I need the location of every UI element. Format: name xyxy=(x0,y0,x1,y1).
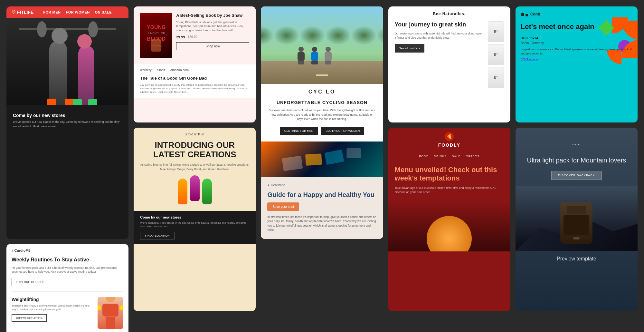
cardiofit-logo: ↑ CardioFit xyxy=(12,249,30,252)
pizza-illustration xyxy=(427,216,472,251)
cycling-products-banner xyxy=(261,142,383,177)
cycling-buttons: CLOTHING FOR MEN CLOTHING FOR WOMEN xyxy=(261,127,383,142)
cardiofit-card: ↑ CardioFit Weekly Routines To Stay Acti… xyxy=(6,244,128,332)
mountain-content: 〰 Ultra light pack for Mountain lovers D… xyxy=(516,128,638,186)
bee-brand: Bee Naturalles. xyxy=(388,6,510,21)
smoothie-bottles xyxy=(134,175,256,208)
discover-backpack-button[interactable]: DISCOVER BACKPACK xyxy=(551,171,602,180)
clothing-men-button[interactable]: CLOTHING FOR MEN xyxy=(280,127,318,135)
bee-products: B° B° B° xyxy=(488,21,504,88)
cycling-description: Discover beautiful roads of nature on yo… xyxy=(261,108,383,127)
bee-product-3: B° xyxy=(488,67,504,88)
bottle-green xyxy=(202,179,212,204)
foodly-nav: FOOD DRINKS SALE OFFERS xyxy=(388,152,510,161)
cardiofit-title: Weekly Routines To Stay Active xyxy=(6,257,128,266)
cardiofit-header: ↑ CardioFit xyxy=(6,244,128,257)
wave-icon: 〰 xyxy=(522,141,631,150)
book-info: A Best-Selling Book by Joe Shaw Young Bl… xyxy=(176,13,249,58)
mountain-card: 〰 Ultra light pack for Mountain lovers D… xyxy=(516,128,638,311)
bee-naturalles-card: Bee Naturalles. Your journey to great sk… xyxy=(388,6,510,122)
save-spot-button[interactable]: Save your spot xyxy=(267,202,299,211)
conff-rsvp-link[interactable]: RSVP now → xyxy=(521,58,632,61)
weightlifting-photo xyxy=(98,297,123,329)
book-cover: YOUNG A NOVEL OF BLOOD JOE SHAW xyxy=(140,13,172,58)
smoothie-title: INTRODUCING OUR LATEST CREATIONS xyxy=(134,141,256,159)
fitlife-header: ♡ FITLIFE FOR MEN FOR WOMEN ON SALE xyxy=(6,6,128,18)
smoothie-card: Smoothie INTRODUCING OUR LATEST CREATION… xyxy=(134,128,256,311)
fitlife-card: ♡ FITLIFE FOR MEN FOR WOMEN ON SALE xyxy=(6,6,128,239)
foodly-content: Menu unveiled! Check out this week's tem… xyxy=(388,161,510,200)
mountain-backpack-photo xyxy=(516,186,638,251)
bee-product-1: B° xyxy=(488,21,504,42)
fitlife-hero-image xyxy=(6,18,128,105)
cycling-card: CYC LO UNFORGETTABLE CYCLING SEASON Disc… xyxy=(261,6,383,239)
cycling-headline: UNFORGETTABLE CYCLING SEASON xyxy=(261,100,383,108)
find-location-button[interactable]: FIND A LOCATION xyxy=(140,232,174,239)
smoothie-bottom-section: Come by our new stores We've opened a 4 … xyxy=(134,211,256,244)
bee-content: Your journey to great skin Our restoring… xyxy=(388,21,510,94)
bee-see-products-button[interactable]: See all products xyxy=(395,44,425,53)
healthline-section: ✦ Healthline Guide for a Happy and Healt… xyxy=(261,177,383,239)
join-weightlifting-button[interactable]: JOIN WEIGHTLIFTING xyxy=(12,314,47,322)
weightlifting-section: Weightlifting Tuesday's and Friday's eve… xyxy=(6,297,128,332)
book-price: 29.99 $39.99 xyxy=(176,35,249,39)
smoothie-brand: Smoothie xyxy=(134,128,256,141)
shop-now-button[interactable]: Shop now xyxy=(176,42,249,50)
fitlife-logo: ♡ FITLIFE xyxy=(12,10,33,15)
explore-classes-button[interactable]: EXPLORE CLASSES xyxy=(12,278,49,286)
foodly-card: 🍕 FOODLY FOOD DRINKS SALE OFFERS Menu un… xyxy=(388,128,510,311)
conff-header: Conff xyxy=(516,6,638,17)
foodly-food-photo xyxy=(388,200,510,251)
cardiofit-description: Hit your fitness goals and build a habit… xyxy=(6,266,128,278)
bottle-mango xyxy=(178,179,187,204)
fitlife-footer: Come by our new stores We've opened a 4 … xyxy=(6,108,128,136)
bottle-berry xyxy=(190,175,200,201)
bee-product-2: B° xyxy=(488,44,504,65)
cardiofit-divider xyxy=(12,291,123,292)
foodly-header: 🍕 FOODLY xyxy=(388,128,510,152)
book-card: YOUNG A NOVEL OF BLOOD JOE SHAW A Best-S… xyxy=(134,6,256,122)
clothing-women-button[interactable]: CLOTHING FOR WOMEN xyxy=(321,127,364,135)
book-retailers: wordery alibris amazon.com xyxy=(140,68,249,72)
smoothie-description: As spring blooms into full swing, we're … xyxy=(134,159,256,175)
cycling-brand: CYC LO xyxy=(261,84,383,100)
cycling-hero-photo xyxy=(261,6,383,84)
foodly-logo-icon: 🍕 xyxy=(445,132,454,141)
book-bottom: wordery alibris amazon.com The Tale of a… xyxy=(134,64,256,98)
foodly-logo-text: FOODLY xyxy=(393,142,506,148)
backpack-illustration xyxy=(560,202,592,244)
conff-content: Let's meet once again DEC 11-14 Berlin, … xyxy=(516,17,638,66)
weightlifting-text: Weightlifting Tuesday's and Friday's eve… xyxy=(12,297,94,322)
bee-text: Your journey to great skin Our restoring… xyxy=(395,21,483,53)
conff-card: Conff Let's meet once again DEC 11-14 Be… xyxy=(516,6,638,122)
fitlife-nav: FOR MEN FOR WOMEN ON SALE xyxy=(43,10,112,14)
book-top: YOUNG A NOVEL OF BLOOD JOE SHAW A Best-S… xyxy=(134,6,256,64)
